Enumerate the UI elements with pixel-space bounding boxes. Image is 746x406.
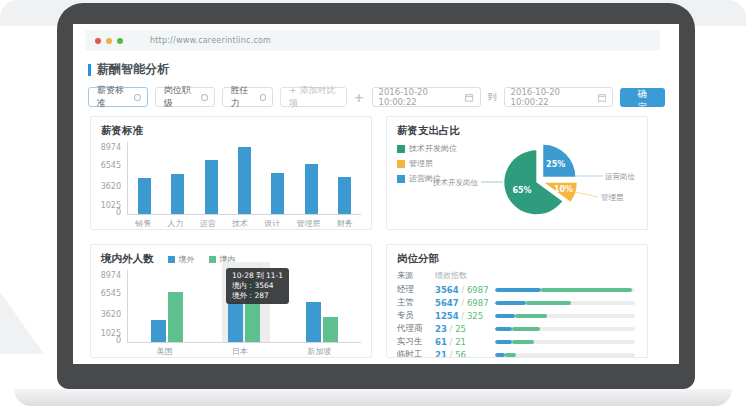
pie-legend-item[interactable]: 运营岗位 xyxy=(397,173,457,184)
y-axis: 89746545362010250 xyxy=(101,142,127,214)
row-label: 代理商 xyxy=(397,323,435,335)
value-separator: / xyxy=(447,337,455,347)
panel-title: 薪资标准 xyxy=(101,124,361,138)
date-to-input[interactable]: 2016-10-20 10:00:22 xyxy=(504,87,613,107)
y-tick-label: 8974 xyxy=(101,144,121,152)
bar xyxy=(228,302,243,342)
table-header: 来源 绩效指数 xyxy=(397,270,637,281)
value-blue: 23 xyxy=(435,324,447,334)
table-row: 实习生61 / 21 xyxy=(397,335,637,348)
table-row: 专员1254 / 325 xyxy=(397,309,637,322)
progress-blue xyxy=(495,340,512,344)
chip-label: + 添加对比项 xyxy=(289,84,340,110)
progress-green xyxy=(512,327,540,331)
table-row: 主管5647 / 6987 xyxy=(397,296,637,309)
value-blue: 21 xyxy=(435,350,447,359)
pie-outer-label: 管理层 xyxy=(601,193,624,202)
progress-track xyxy=(495,327,635,331)
circle-icon[interactable] xyxy=(201,94,207,101)
traffic-light-red-icon xyxy=(95,38,101,44)
chart-tooltip: 10-28 到 11-1 境内：3564 境外：287 xyxy=(226,268,289,304)
panel-salary-share: 薪资支出占比 技术开发岗位管理层运营岗位 25%运营岗位10%管理层65%技术开… xyxy=(386,116,648,230)
legend-swatch-green xyxy=(209,256,216,263)
y-tick-label: 6545 xyxy=(101,162,121,170)
confirm-button[interactable]: 确定 xyxy=(620,88,665,107)
col-header-index: 绩效指数 xyxy=(435,270,495,281)
row-values: 1254 / 325 xyxy=(435,311,495,321)
y-tick-label: 0 xyxy=(116,337,121,345)
panel-salary-standard: 薪资标准 89746545362010250 销售人力运营技术设计管理层财务 xyxy=(90,116,372,230)
pie-legend-item[interactable]: 技术开发岗位 xyxy=(397,143,457,154)
plus-icon[interactable]: + xyxy=(354,91,365,104)
x-tick-label: 技术 xyxy=(232,218,248,229)
y-tick-label: 0 xyxy=(116,209,121,217)
x-tick-label: 日本 xyxy=(232,346,248,357)
bar xyxy=(323,317,338,342)
date-to-value: 2016-10-20 10:00:22 xyxy=(511,87,593,107)
legend-label: 运营岗位 xyxy=(409,173,441,184)
legend-swatch xyxy=(397,160,405,168)
progress-blue xyxy=(495,314,515,318)
y-tick-label: 8974 xyxy=(101,272,121,280)
table-row: 代理商23 / 25 xyxy=(397,322,637,335)
bar xyxy=(168,292,183,342)
y-tick-label: 3620 xyxy=(101,183,121,191)
laptop-frame: http://www.careerintlinc.com 薪酬智能分析 薪资标准… xyxy=(57,3,695,389)
page-title-row: 薪酬智能分析 xyxy=(88,61,665,78)
filter-chip-salary-standard[interactable]: 薪资标准 xyxy=(88,87,148,107)
y-axis: 89746545362010250 xyxy=(101,270,127,342)
date-from-value: 2016-10-20 10:00:22 xyxy=(379,87,461,107)
date-from-input[interactable]: 2016-10-20 10:00:22 xyxy=(372,87,481,107)
filter-toolbar: 薪资标准 岗位职级 胜任力 + 添加对比项 + 2016-10-20 10:00… xyxy=(88,87,665,107)
value-blue: 5647 xyxy=(435,298,459,308)
pie-legend: 技术开发岗位管理层运营岗位 xyxy=(397,143,457,184)
value-green: 325 xyxy=(467,311,483,321)
traffic-light-green-icon xyxy=(117,38,123,44)
progress-blue xyxy=(495,301,526,305)
row-values: 61 / 21 xyxy=(435,337,495,347)
x-tick-label: 管理层 xyxy=(297,218,321,229)
pie-outer-label: 运营岗位 xyxy=(605,172,636,181)
panel-title: 境内外人数 xyxy=(101,252,154,266)
plot-area: 10-28 到 11-1 境内：3564 境外：287 xyxy=(127,270,361,343)
row-label: 实习生 xyxy=(397,336,435,348)
calendar-icon xyxy=(598,93,606,102)
laptop-screen: http://www.careerintlinc.com 薪酬智能分析 薪资标准… xyxy=(73,24,679,364)
x-tick-label: 新加坡 xyxy=(307,346,331,357)
bar-group xyxy=(306,302,338,342)
progress-track xyxy=(495,301,635,305)
progress-green xyxy=(515,314,547,318)
browser-bar: http://www.careerintlinc.com xyxy=(85,30,660,51)
value-separator: / xyxy=(459,311,467,321)
inout-count-chart: 89746545362010250 10-28 到 11-1 境内：3564 境… xyxy=(101,270,361,357)
progress-track xyxy=(495,353,635,357)
filter-chip-competency[interactable]: 胜任力 xyxy=(222,87,274,107)
filter-chip-position-grade[interactable]: 岗位职级 xyxy=(155,87,215,107)
salary-standard-chart: 89746545362010250 销售人力运营技术设计管理层财务 xyxy=(101,142,361,229)
pie-callout-line xyxy=(575,192,598,197)
x-tick-label: 美国 xyxy=(157,346,173,357)
row-label: 临时工 xyxy=(397,349,435,359)
bar xyxy=(171,174,184,214)
row-label: 经理 xyxy=(397,284,435,296)
value-separator: / xyxy=(447,350,455,359)
progress-track xyxy=(495,288,635,292)
legend-item-overseas[interactable]: 境外 xyxy=(168,254,195,265)
panel-grid: 薪资标准 89746545362010250 销售人力运营技术设计管理层财务 薪… xyxy=(90,116,665,358)
pie-legend-item[interactable]: 管理层 xyxy=(397,158,457,169)
circle-icon[interactable] xyxy=(260,94,266,101)
panel-inout-count: 境内外人数 境外 境内 89746545362010250 xyxy=(90,244,372,358)
progress-track xyxy=(495,314,635,318)
progress-track xyxy=(495,340,635,344)
x-tick-label: 设计 xyxy=(264,218,280,229)
value-separator: / xyxy=(459,285,467,295)
x-tick-label: 销售 xyxy=(135,218,151,229)
address-bar-url[interactable]: http://www.careerintlinc.com xyxy=(150,36,271,45)
circle-icon[interactable] xyxy=(134,94,140,101)
value-separator: / xyxy=(459,298,467,308)
x-tick-label: 财务 xyxy=(337,218,353,229)
bar-group xyxy=(151,292,183,342)
table-body: 经理3564 / 6987主管5647 / 6987专员1254 / 325代理… xyxy=(397,283,637,358)
add-comparison-chip[interactable]: + 添加对比项 xyxy=(280,87,347,107)
progress-green xyxy=(526,301,571,305)
